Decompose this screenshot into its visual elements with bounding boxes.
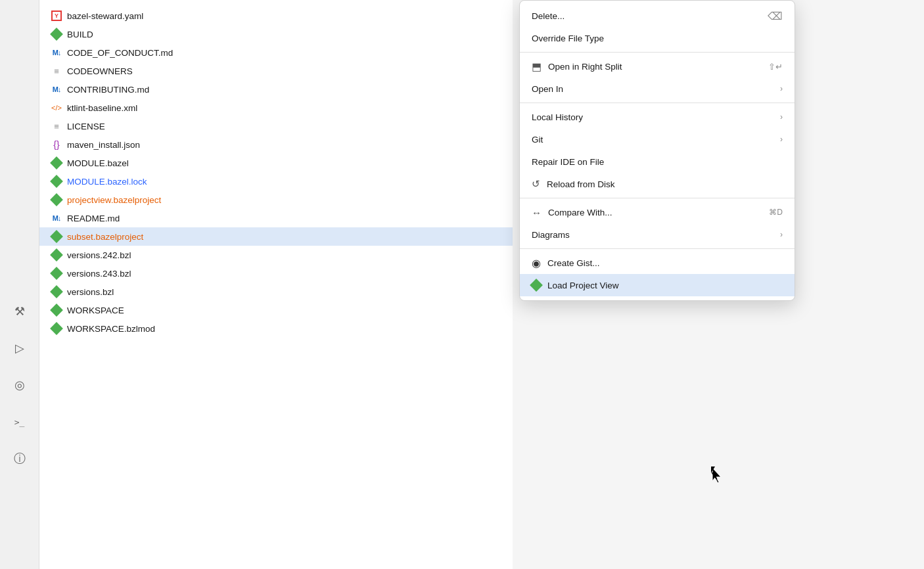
menu-label: Git xyxy=(532,135,543,145)
context-menu: Delete... ⌫ Override File Type ⬒ Open in… xyxy=(519,0,795,301)
diamond-icon xyxy=(50,304,63,317)
file-name: CODEOWNERS xyxy=(67,66,133,76)
menu-item-repair-ide[interactable]: Repair IDE on File xyxy=(520,150,795,173)
menu-label: Create Gist... xyxy=(547,258,600,268)
file-name: LICENSE xyxy=(67,122,105,131)
menu-label: Load Project View xyxy=(547,281,619,290)
file-item-readme[interactable]: M↓ README.md xyxy=(39,209,513,227)
play-icon[interactable]: ▷ xyxy=(11,339,29,357)
menu-label: Open in Right Split xyxy=(548,62,622,72)
diamond-icon xyxy=(50,28,63,41)
delete-keyboard-icon: ⌫ xyxy=(768,10,783,22)
menu-label: Compare With... xyxy=(548,208,612,217)
file-name: versions.243.bzl xyxy=(67,269,131,279)
menu-item-git[interactable]: Git › xyxy=(520,128,795,150)
terminal-icon[interactable]: >_ xyxy=(11,413,29,431)
chevron-right-icon: › xyxy=(780,230,783,239)
shortcut-text: ⇧↵ xyxy=(768,62,783,72)
menu-item-open-right-split[interactable]: ⬒ Open in Right Split ⇧↵ xyxy=(520,55,795,78)
menu-item-diagrams[interactable]: Diagrams › xyxy=(520,223,795,246)
diamond-icon xyxy=(50,322,63,335)
file-item-subset[interactable]: subset.bazelproject xyxy=(39,227,513,246)
info-icon[interactable]: ⓘ xyxy=(11,449,29,468)
github-icon: ◉ xyxy=(532,257,541,269)
file-name: bazel-steward.yaml xyxy=(67,11,143,21)
diamond-icon xyxy=(50,285,63,298)
chevron-right-icon: › xyxy=(780,135,783,144)
file-name: versions.242.bzl xyxy=(67,250,131,260)
split-icon: ⬒ xyxy=(532,60,542,73)
file-name: ktlint-baseline.xml xyxy=(67,103,137,113)
mouse-cursor xyxy=(711,467,719,480)
md-icon: M↓ xyxy=(50,212,63,225)
menu-item-override-file-type[interactable]: Override File Type xyxy=(520,27,795,49)
menu-label: Local History xyxy=(532,112,583,122)
file-name: projectview.bazelproject xyxy=(67,195,161,205)
file-name: subset.bazelproject xyxy=(67,232,143,242)
reload-icon: ↺ xyxy=(532,178,540,190)
file-item-versions243[interactable]: versions.243.bzl xyxy=(39,264,513,283)
xml-icon: </> xyxy=(50,101,63,114)
file-name: CONTRIBUTING.md xyxy=(67,85,149,95)
diamond-icon xyxy=(50,193,63,206)
file-item-code-of-conduct[interactable]: M↓ CODE_OF_CONDUCT.md xyxy=(39,43,513,62)
file-name: WORKSPACE xyxy=(67,306,124,315)
menu-item-delete[interactable]: Delete... ⌫ xyxy=(520,5,795,27)
file-name: BUILD xyxy=(67,30,93,39)
menu-label: Diagrams xyxy=(532,230,570,240)
file-item-codeowners[interactable]: ≡ CODEOWNERS xyxy=(39,62,513,80)
file-item-versionsbzl[interactable]: versions.bzl xyxy=(39,283,513,301)
md-icon: M↓ xyxy=(50,83,63,96)
file-item-versions242[interactable]: versions.242.bzl xyxy=(39,246,513,264)
file-name: MODULE.bazel.lock xyxy=(67,177,147,187)
bazel-diamond-icon xyxy=(530,279,543,292)
file-name: Delete... xyxy=(532,11,565,21)
menu-label: Open In xyxy=(532,84,563,94)
separator xyxy=(520,248,795,249)
menu-item-compare-with[interactable]: ↔ Compare With... ⌘D xyxy=(520,201,795,223)
file-tree: Y bazel-steward.yaml BUILD M↓ CODE_OF_CO… xyxy=(39,0,513,569)
file-item-workspacebzlmod[interactable]: WORKSPACE.bzlmod xyxy=(39,319,513,338)
hammer-icon[interactable]: ⚒ xyxy=(11,302,29,321)
menu-item-open-in[interactable]: Open In › xyxy=(520,78,795,100)
diamond-icon xyxy=(50,156,63,170)
run-icon[interactable]: ◎ xyxy=(11,376,29,394)
file-item-module[interactable]: MODULE.bazel xyxy=(39,154,513,172)
file-item-projectview[interactable]: projectview.bazelproject xyxy=(39,191,513,209)
menu-item-create-gist[interactable]: ◉ Create Gist... xyxy=(520,252,795,274)
menu-label: Override File Type xyxy=(532,34,604,43)
lines-icon: ≡ xyxy=(50,64,63,78)
lines-icon: ≡ xyxy=(50,120,63,133)
menu-label: Repair IDE on File xyxy=(532,157,604,167)
separator xyxy=(520,52,795,53)
file-item-build[interactable]: BUILD xyxy=(39,25,513,43)
separator xyxy=(520,102,795,103)
diamond-icon xyxy=(50,230,63,243)
shortcut-text: ⌘D xyxy=(769,208,783,217)
file-name: README.md xyxy=(67,214,120,223)
file-item-license[interactable]: ≡ LICENSE xyxy=(39,117,513,135)
diamond-icon xyxy=(50,248,63,262)
menu-item-local-history[interactable]: Local History › xyxy=(520,106,795,128)
file-item-module-lock[interactable]: MODULE.bazel.lock xyxy=(39,172,513,191)
file-name: CODE_OF_CONDUCT.md xyxy=(67,48,173,58)
menu-label: Reload from Disk xyxy=(547,179,615,189)
file-item-bazel-steward[interactable]: Y bazel-steward.yaml xyxy=(39,7,513,25)
file-item-ktlint[interactable]: </> ktlint-baseline.xml xyxy=(39,99,513,117)
file-name: MODULE.bazel xyxy=(67,158,129,168)
file-item-maven[interactable]: {} maven_install.json xyxy=(39,135,513,154)
file-name: maven_install.json xyxy=(67,140,140,150)
separator xyxy=(520,198,795,198)
json-icon: {} xyxy=(50,138,63,151)
file-item-workspace[interactable]: WORKSPACE xyxy=(39,301,513,319)
menu-item-reload-disk[interactable]: ↺ Reload from Disk xyxy=(520,173,795,195)
chevron-right-icon: › xyxy=(780,84,783,93)
md-icon: M↓ xyxy=(50,46,63,59)
diamond-icon xyxy=(50,267,63,280)
file-item-contributing[interactable]: M↓ CONTRIBUTING.md xyxy=(39,80,513,99)
compare-icon: ↔ xyxy=(532,207,542,218)
file-name: versions.bzl xyxy=(67,287,114,297)
menu-item-load-project-view[interactable]: Load Project View xyxy=(520,274,795,296)
chevron-right-icon: › xyxy=(780,112,783,122)
file-name: WORKSPACE.bzlmod xyxy=(67,324,155,334)
